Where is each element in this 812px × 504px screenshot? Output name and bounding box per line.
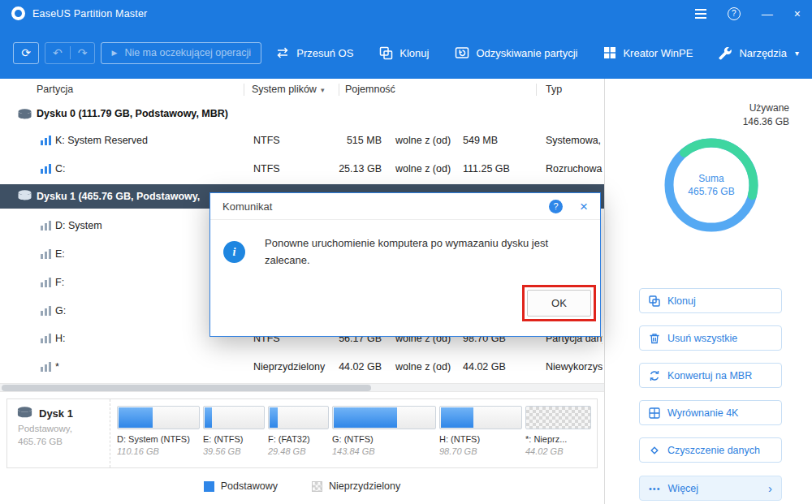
col-type: Typ	[546, 79, 562, 101]
col-partition: Partycja	[37, 79, 73, 101]
redo-icon[interactable]: ↷	[70, 46, 95, 59]
refresh-button[interactable]: ⟳	[13, 42, 39, 64]
align-4k-button[interactable]: Wyrównanie 4K	[639, 400, 782, 425]
dialog-title: Komunikat	[222, 200, 272, 213]
toolbar: ⟳ ↶ ↷ ▶ Nie ma oczekującej operacji Prze…	[0, 27, 812, 79]
tools-label: Narzędzia	[739, 47, 787, 59]
partition-icon	[41, 278, 51, 290]
col-capacity: Pojemność	[345, 79, 395, 101]
pending-operations-label: Nie ma oczekującej operacji	[124, 47, 251, 58]
delete-all-button[interactable]: Usuń wszystkie	[639, 325, 782, 351]
clone-sidebar-label: Klonuj	[667, 295, 696, 307]
play-icon: ▶	[111, 49, 117, 57]
chevron-right-icon: ›	[768, 481, 772, 495]
trash-icon	[649, 333, 660, 344]
wipe-data-button[interactable]: Czyszczenie danych	[639, 437, 782, 463]
disk-map-unallocated[interactable]: *: Nieprz... 44.02 GB	[525, 406, 591, 467]
partition-icon	[41, 221, 51, 233]
convert-icon	[649, 370, 660, 381]
chevron-down-icon: ▾	[795, 49, 799, 58]
partition-icon	[41, 136, 51, 148]
dialog-header: Komunikat ? ×	[210, 193, 600, 220]
app-logo-icon	[11, 6, 25, 20]
info-icon: i	[223, 241, 245, 263]
disk-map: Dysk 1 Podstawowy, 465.76 GB D: System (…	[6, 398, 598, 468]
refresh-icon: ⟳	[21, 46, 31, 59]
table-row[interactable]: * Nieprzydzielony 44.02 GB wolne z (od) …	[0, 356, 604, 378]
disk-map-disk-name: Dysk 1	[39, 407, 73, 420]
legend-unallocated-label: Nieprzydzielony	[329, 480, 400, 492]
move-os-icon	[275, 45, 290, 60]
legend-primary-swatch	[204, 481, 214, 492]
winpe-creator-button[interactable]: Kreator WinPE	[603, 46, 693, 59]
partition-icon	[41, 164, 51, 176]
partition-icon	[41, 362, 51, 374]
disk-map-partition[interactable]: D: System (NTFS) 110.16 GB	[117, 406, 200, 467]
dialog-close-icon[interactable]: ×	[580, 200, 588, 213]
title-bar: EaseUS Partition Master ? — ×	[0, 0, 812, 27]
ok-button[interactable]: OK	[527, 290, 591, 317]
clone-label: Klonuj	[400, 47, 429, 59]
help-icon[interactable]: ?	[728, 7, 741, 20]
partition-recovery-button[interactable]: Odzyskiwanie partycji	[455, 45, 577, 60]
menu-icon[interactable]	[695, 9, 706, 19]
clone-icon	[379, 46, 393, 60]
convert-mbr-label: Konwertuj na MBR	[667, 370, 752, 381]
align-4k-icon	[649, 407, 660, 419]
right-sidebar: Używane 146.36 GB Suma 465.76 GB Klonuj …	[604, 79, 812, 504]
disk-icon	[17, 407, 32, 420]
disk-map-legend: Podstawowy Nieprzydzielony	[0, 480, 604, 492]
undo-icon[interactable]: ↶	[45, 46, 70, 59]
migrate-os-button[interactable]: Przesuń OS	[275, 45, 353, 60]
wrench-icon	[719, 46, 732, 60]
disk-map-partition[interactable]: E: (NTFS) 39.56 GB	[203, 406, 265, 467]
disk-map-disk-size: 465.76 GB	[17, 437, 105, 446]
minimize-icon[interactable]: —	[762, 8, 773, 19]
app-title: EaseUS Partition Master	[32, 8, 147, 19]
disk-map-disk-type: Podstawowy,	[17, 424, 105, 433]
disk-icon	[18, 190, 32, 203]
caret-down-icon: ▾	[321, 86, 325, 94]
horizontal-scrollbar[interactable]	[0, 383, 604, 392]
clone-sidebar-button[interactable]: Klonuj	[639, 288, 782, 313]
close-icon[interactable]: ×	[794, 8, 801, 19]
winpe-icon	[603, 46, 616, 59]
disk-icon	[18, 109, 32, 122]
red-highlight-annotation: OK	[522, 285, 596, 321]
undo-redo-group: ↶ ↷	[45, 42, 95, 64]
wipe-data-label: Czyszczenie danych	[667, 445, 760, 456]
usage-label: Używane 146.36 GB	[743, 101, 789, 129]
clone-button[interactable]: Klonuj	[379, 46, 429, 60]
disk-map-disk-info[interactable]: Dysk 1 Podstawowy, 465.76 GB	[7, 399, 110, 467]
wipe-data-icon	[649, 445, 660, 456]
table-row[interactable]: C: NTFS 25.13 GB wolne z (od) 111.25 GB …	[0, 158, 604, 180]
disk-map-partition[interactable]: G: (NTFS) 143.84 GB	[332, 406, 436, 467]
dialog-message: Ponowne uruchomienie komputera po wymaza…	[265, 235, 583, 269]
winpe-creator-label: Kreator WinPE	[623, 47, 693, 59]
partition-icon	[41, 306, 51, 318]
table-row[interactable]: Dysku 0 (111.79 GB, Podstawowy, MBR)	[0, 103, 604, 125]
easeus-partition-master-window: EaseUS Partition Master ? — × ⟳ ↶ ↷ ▶ Ni…	[0, 0, 812, 504]
disk-map-partition[interactable]: F: (FAT32) 29.48 GB	[268, 406, 329, 467]
table-row[interactable]: K: System Reserved NTFS 515 MB wolne z (…	[0, 130, 604, 152]
dialog-help-icon[interactable]: ?	[549, 200, 563, 213]
pending-operations-button[interactable]: ▶ Nie ma oczekującej operacji	[101, 42, 261, 64]
disk-map-partition[interactable]: H: (NTFS) 98.70 GB	[439, 406, 522, 467]
legend-primary-label: Podstawowy	[221, 480, 278, 492]
more-dots-icon: •••	[649, 484, 661, 493]
scrollbar-thumb[interactable]	[2, 385, 371, 391]
align-4k-label: Wyrównanie 4K	[667, 407, 738, 419]
partition-icon	[41, 249, 51, 261]
convert-mbr-button[interactable]: Konwertuj na MBR	[639, 363, 782, 388]
partition-icon	[41, 334, 51, 346]
message-dialog: Komunikat ? × i Ponowne uruchomienie kom…	[209, 192, 601, 337]
partition-recovery-label: Odzyskiwanie partycji	[476, 47, 577, 59]
partition-recovery-icon	[455, 45, 469, 60]
legend-unallocated-swatch	[312, 481, 322, 492]
usage-total: Suma 465.76 GB	[659, 172, 764, 198]
tools-button[interactable]: Narzędzia ▾	[719, 46, 799, 60]
delete-all-label: Usuń wszystkie	[667, 333, 737, 344]
more-button[interactable]: ••• Więcej ›	[639, 476, 782, 501]
table-header: Partycja System plików▾ Pojemność Typ	[0, 79, 604, 101]
col-filesystem[interactable]: System plików▾	[252, 79, 324, 101]
